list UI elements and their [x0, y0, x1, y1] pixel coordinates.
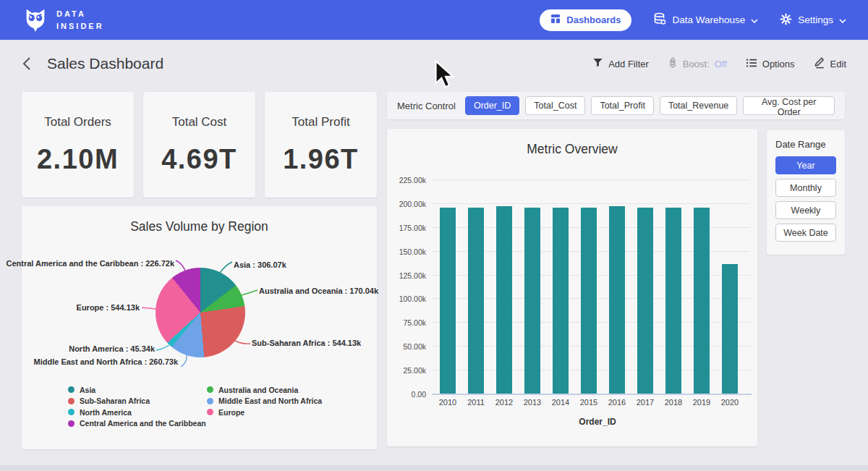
legend-item-australia-and-oceania[interactable]: Australia and Oceania — [207, 386, 322, 394]
boost-toggle[interactable]: Boost: Off — [668, 57, 727, 71]
back-button[interactable] — [22, 56, 31, 71]
legend-label: North America — [80, 408, 132, 417]
bottom-strip — [0, 465, 868, 471]
legend-label: Australia and Oceania — [218, 386, 298, 394]
legend-item-central-america-and-the-caribbean[interactable]: Central America and the Caribbean — [68, 420, 206, 428]
sales-volume-panel: Sales Volume by Region Central America a… — [22, 206, 377, 449]
legend-label: Europe — [218, 408, 244, 417]
date-range-panel: Date Range YearMonthlyWeeklyWeek Date — [767, 130, 845, 255]
pie-legend-col2: Australia and OceaniaMiddle East and Nor… — [207, 386, 322, 416]
x-axis-tick: 2019 — [687, 398, 716, 407]
x-axis-tick: 2014 — [546, 398, 575, 407]
date-range-label: Date Range — [775, 139, 836, 150]
x-axis-tick: 2017 — [631, 398, 660, 407]
bar-2020[interactable] — [722, 264, 738, 394]
bar-2019[interactable] — [694, 208, 710, 394]
legend-dot — [68, 386, 75, 393]
brand-logo[interactable]: DATA INSIDER — [22, 5, 104, 35]
x-axis-tick: 2018 — [659, 398, 688, 407]
legend-item-middle-east-and-north-africa[interactable]: Middle East and North Africa — [207, 397, 322, 405]
owl-logo-icon — [22, 5, 49, 35]
chevron-down-icon — [839, 14, 846, 25]
y-axis-tick: 225.00k — [387, 176, 426, 184]
pie-chart[interactable] — [156, 268, 245, 357]
kpi-value: 2.10M — [22, 144, 134, 175]
bar-2011[interactable] — [468, 208, 484, 394]
legend-item-sub-saharan-africa[interactable]: Sub-Saharan Africa — [68, 397, 206, 405]
date-range-year[interactable]: Year — [775, 156, 836, 174]
top-navbar: DATA INSIDER Dashboards — [0, 0, 868, 41]
legend-dot — [68, 409, 75, 415]
legend-item-europe[interactable]: Europe — [207, 408, 322, 416]
bar-2013[interactable] — [524, 208, 540, 394]
bar-chart-legend: Order_ID — [432, 417, 750, 427]
metric-chip-avg-cost-per-order[interactable]: Avg. Cost per Order — [743, 96, 835, 115]
date-range-week-date[interactable]: Week Date — [775, 224, 836, 242]
legend-item-asia[interactable]: Asia — [68, 386, 206, 394]
pie-label-mena: Middle East and North Africa : 260.73k — [34, 357, 178, 366]
kpi-label: Total Profit — [265, 115, 377, 130]
metric-overview-panel: Metric Overview 0.0025.00k50.00k75.00k10… — [387, 129, 757, 446]
legend-dot — [68, 398, 75, 404]
bar-2017[interactable] — [637, 208, 653, 394]
edit-label: Edit — [830, 59, 846, 69]
pie-label-asia: Asia : 306.07k — [234, 260, 286, 269]
gridline — [432, 179, 750, 180]
date-range-monthly[interactable]: Monthly — [775, 179, 836, 197]
filter-funnel-icon — [592, 57, 603, 70]
y-axis-tick: 200.00k — [387, 200, 426, 208]
nav-dashboards-button[interactable]: Dashboards — [540, 9, 631, 31]
date-range-buttons: YearMonthlyWeeklyWeek Date — [775, 156, 836, 242]
dashboards-grid-icon — [550, 14, 561, 26]
pie-legend-col1: AsiaSub-Saharan AfricaNorth AmericaCentr… — [68, 386, 206, 428]
metric-control-chips: Order_IDTotal_CostTotal_ProfitTotal_Reve… — [465, 96, 835, 115]
pie-label-north-america: North America : 45.34k — [69, 344, 155, 353]
kpi-card-total-profit: Total Profit 1.96T — [265, 92, 377, 198]
nav-data-warehouse[interactable]: Data Warehouse — [653, 12, 758, 27]
legend-dot — [207, 398, 213, 404]
bar-2014[interactable] — [553, 208, 569, 394]
add-filter-button[interactable]: Add Filter — [592, 57, 649, 70]
page-title: Sales Dashboard — [47, 55, 163, 72]
kpi-value: 4.69T — [143, 144, 255, 175]
bar-2015[interactable] — [581, 208, 597, 394]
brand-name: DATA INSIDER — [56, 8, 104, 32]
legend-series-label: Order_ID — [579, 417, 616, 427]
gear-icon — [780, 13, 792, 27]
options-button[interactable]: Options — [746, 58, 795, 70]
kpi-label: Total Cost — [143, 115, 255, 130]
bar-2012[interactable] — [496, 206, 512, 394]
edit-button[interactable]: Edit — [814, 56, 846, 71]
y-axis-tick: 175.00k — [387, 224, 426, 232]
legend-dot — [207, 386, 213, 393]
bar-2010[interactable] — [440, 208, 456, 394]
x-axis-tick: 2013 — [518, 398, 547, 407]
legend-label: Central America and the Caribbean — [80, 419, 206, 428]
metric-chip-order-id[interactable]: Order_ID — [465, 96, 519, 115]
y-axis-tick: 150.00k — [387, 247, 426, 256]
x-axis-tick: 2016 — [603, 398, 631, 407]
add-filter-label: Add Filter — [608, 59, 649, 69]
boost-label: Boost: — [683, 59, 710, 69]
pie-label-sub-saharan: Sub-Saharan Africa : 544.13k — [252, 339, 361, 347]
y-axis-tick: 50.00k — [387, 342, 426, 351]
legend-item-north-america[interactable]: North America — [68, 408, 206, 416]
x-axis-tick: 2011 — [461, 398, 490, 407]
y-axis-tick: 25.00k — [387, 366, 426, 375]
metric-chip-total-revenue[interactable]: Total_Revenue — [660, 96, 737, 115]
nav-settings-label: Settings — [798, 14, 833, 25]
nav-settings[interactable]: Settings — [780, 13, 846, 27]
pie-label-europe: Europe : 544.13k — [77, 303, 140, 312]
boost-value: Off — [715, 59, 727, 69]
nav-dashboards-label: Dashboards — [566, 14, 621, 25]
pie-chart-title: Sales Volume by Region — [22, 219, 377, 234]
y-axis-tick: 75.00k — [387, 318, 426, 327]
metric-chip-total-cost[interactable]: Total_Cost — [525, 96, 585, 115]
bar-2016[interactable] — [609, 206, 625, 394]
date-range-weekly[interactable]: Weekly — [775, 201, 836, 219]
y-axis-tick: 0.00 — [387, 390, 426, 399]
rocket-icon — [668, 57, 678, 71]
metric-chip-total-profit[interactable]: Total_Profit — [591, 96, 654, 115]
legend-label: Asia — [80, 386, 95, 394]
bar-2018[interactable] — [665, 208, 681, 394]
